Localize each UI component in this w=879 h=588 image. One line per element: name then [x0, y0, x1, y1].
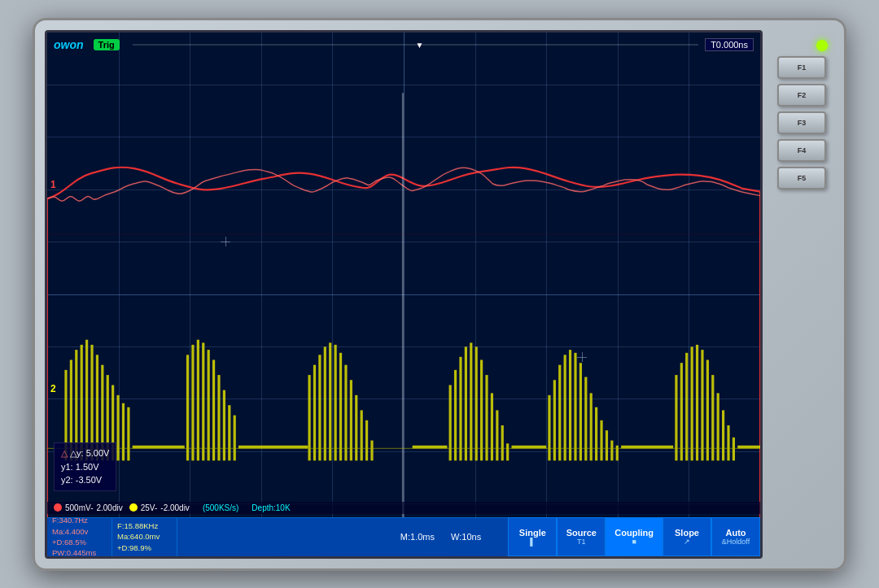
svg-rect-57 [569, 350, 571, 460]
svg-rect-66 [616, 445, 619, 460]
svg-rect-61 [590, 393, 593, 460]
svg-rect-54 [553, 380, 556, 460]
ch2-scale: 25V- -2.00div [129, 503, 190, 512]
coupling-sub: ■ [632, 538, 636, 546]
svg-rect-15 [191, 344, 194, 460]
svg-rect-44 [470, 342, 472, 460]
auto-holdoff-button[interactable]: Auto &Holdoff [711, 517, 760, 556]
svg-rect-69 [680, 363, 683, 460]
svg-rect-20 [217, 375, 220, 460]
svg-rect-23 [234, 415, 236, 460]
trig-badge: Trig [94, 39, 120, 50]
ch1-scale-div: 2.00div [96, 503, 122, 512]
slope-sub: ↗ [684, 538, 690, 546]
svg-rect-17 [202, 342, 204, 460]
menu-buttons: Single ▌ Source T1 Coupling ■ Slope ↗ [508, 517, 760, 556]
svg-rect-33 [350, 380, 352, 460]
svg-rect-68 [675, 375, 677, 460]
f2-button[interactable]: F2 [777, 84, 826, 107]
svg-rect-41 [454, 369, 457, 460]
svg-rect-11 [122, 403, 125, 460]
source-button[interactable]: Source T1 [557, 517, 606, 556]
slope-button[interactable]: Slope ↗ [663, 517, 711, 556]
oscilloscope-body: owon Trig ▼ T0.000ns 1 2 △ △y: 5.00V y1:… [33, 18, 846, 571]
svg-rect-78 [727, 425, 729, 460]
svg-rect-79 [732, 437, 735, 460]
svg-rect-60 [584, 377, 587, 460]
f4-button[interactable]: F4 [777, 139, 826, 162]
svg-rect-71 [691, 346, 693, 460]
svg-rect-59 [579, 363, 582, 460]
screen-area: owon Trig ▼ T0.000ns 1 2 △ △y: 5.00V y1:… [45, 30, 763, 559]
svg-rect-35 [361, 410, 363, 460]
svg-rect-29 [329, 342, 331, 460]
svg-rect-52 [511, 445, 546, 448]
svg-rect-26 [313, 364, 316, 460]
svg-rect-27 [318, 355, 321, 460]
ch2-scale-div: -2.00div [160, 503, 190, 512]
svg-rect-77 [722, 410, 724, 460]
status-bar: F:340.7Hz Ma:4.400v +D:68.5% PW:0.445ms … [47, 517, 760, 556]
y2-line: y2: -3.50V [61, 473, 109, 487]
ch1-pw: PW:0.445ms [52, 547, 107, 558]
measurement-panel: △ △y: 5.00V y1: 1.50V y2: -3.50V [54, 442, 116, 491]
svg-rect-38 [402, 93, 404, 526]
svg-rect-12 [127, 407, 129, 460]
svg-rect-58 [574, 352, 576, 460]
svg-rect-62 [595, 407, 597, 460]
ch2-dot [129, 503, 138, 512]
slope-label: Slope [675, 528, 699, 538]
logo: owon [54, 38, 84, 51]
w-value: W:10ns [451, 532, 481, 542]
svg-rect-13 [133, 445, 185, 448]
ch1-freq: F:340.7Hz [52, 515, 107, 525]
svg-rect-55 [558, 364, 561, 460]
power-indicator [816, 40, 828, 51]
svg-rect-21 [223, 390, 225, 460]
f1-button[interactable]: F1 [777, 56, 826, 79]
f5-button[interactable]: F5 [777, 167, 826, 189]
ch2-stats: F:15.88KHz Ma:640.0mv +D:98.9% [112, 518, 177, 556]
svg-rect-42 [459, 356, 461, 460]
ch1-max: Ma:4.400v [52, 526, 107, 537]
svg-rect-64 [606, 430, 608, 460]
svg-rect-76 [717, 393, 719, 460]
ch2-duty: +D:98.9% [117, 542, 172, 553]
single-sub: ▌ [530, 538, 535, 546]
single-button[interactable]: Single ▌ [508, 517, 557, 556]
ch2-max: Ma:640.0mv [117, 531, 172, 542]
channel-1-marker: 1 [50, 179, 56, 190]
svg-rect-36 [365, 420, 368, 460]
svg-rect-45 [475, 346, 478, 460]
sample-rate: (500KS/s) [203, 503, 238, 512]
grid [47, 33, 760, 556]
svg-rect-22 [228, 405, 230, 460]
source-sub: T1 [577, 538, 586, 546]
f3-button[interactable]: F3 [777, 111, 826, 134]
svg-rect-70 [685, 352, 688, 460]
svg-rect-37 [370, 440, 373, 460]
svg-rect-75 [711, 375, 714, 460]
m-value: M:1.0ms [400, 532, 435, 542]
svg-rect-65 [610, 440, 613, 460]
svg-rect-24 [238, 445, 308, 448]
source-label: Source [566, 528, 597, 538]
svg-rect-47 [485, 375, 488, 460]
trig-position-marker: ▼ [415, 41, 423, 50]
svg-rect-51 [506, 443, 509, 460]
channel-2-marker: 2 [50, 383, 56, 394]
svg-rect-14 [186, 355, 189, 460]
coupling-button[interactable]: Coupling ■ [606, 517, 663, 556]
ch1-dot [54, 503, 62, 512]
svg-rect-28 [324, 346, 326, 460]
svg-rect-53 [548, 394, 550, 460]
auto-label: Auto [725, 528, 746, 538]
right-control-panel: F1 F2 F3 F4 F5 [769, 30, 834, 559]
svg-rect-63 [600, 420, 602, 460]
waveform-canvas [47, 33, 760, 556]
svg-rect-73 [701, 350, 703, 460]
ch2-freq: F:15.88KHz [117, 520, 172, 531]
oscilloscope-screen: owon Trig ▼ T0.000ns 1 2 △ △y: 5.00V y1:… [45, 30, 763, 559]
svg-rect-25 [308, 375, 310, 460]
delta-y-line: △ △y: 5.00V [61, 446, 109, 460]
